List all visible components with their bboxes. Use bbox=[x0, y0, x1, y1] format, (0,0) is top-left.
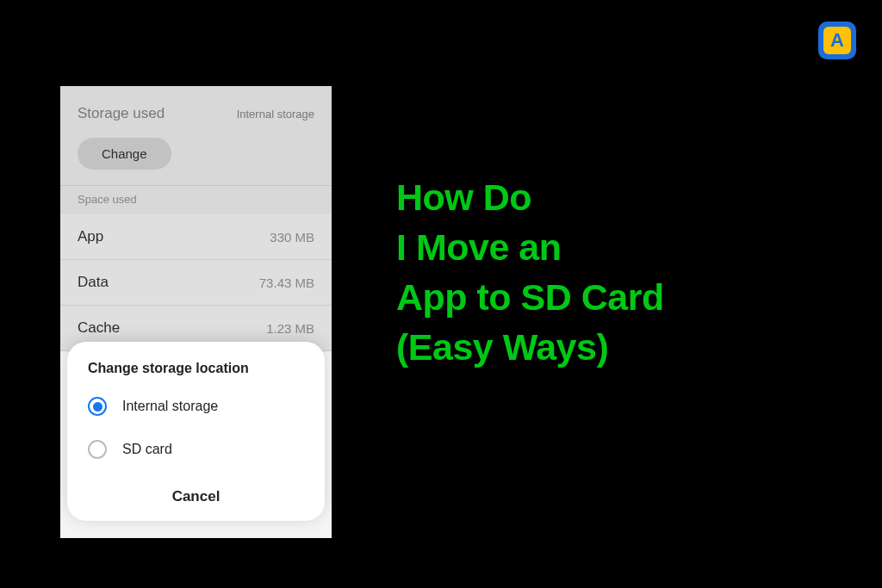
title-line-2: I Move an bbox=[396, 222, 664, 272]
title-line-1: How Do bbox=[396, 172, 664, 222]
storage-used-title: Storage used bbox=[78, 105, 165, 122]
sd-card-option[interactable]: SD card bbox=[67, 428, 325, 471]
article-title: How Do I Move an App to SD Card (Easy Wa… bbox=[396, 172, 664, 372]
space-used-section-label: Space used bbox=[60, 185, 332, 214]
internal-storage-option-label: Internal storage bbox=[122, 399, 218, 414]
bottom-action-row: Clear data Clear cache bbox=[60, 521, 332, 538]
title-line-3: App to SD Card bbox=[396, 272, 664, 322]
app-logo: A bbox=[818, 22, 856, 59]
cache-label: Cache bbox=[78, 319, 120, 337]
storage-header: Storage used Internal storage bbox=[60, 86, 332, 138]
cache-value: 1.23 MB bbox=[266, 321, 314, 336]
sd-card-option-label: SD card bbox=[122, 442, 172, 457]
phone-screenshot: Storage used Internal storage Change Spa… bbox=[60, 86, 332, 538]
internal-storage-option[interactable]: Internal storage bbox=[67, 385, 325, 428]
radio-unselected-icon bbox=[88, 440, 107, 459]
dialog-title: Change storage location bbox=[67, 361, 325, 385]
app-label: App bbox=[78, 228, 103, 245]
radio-selected-icon bbox=[88, 397, 107, 416]
app-size-row[interactable]: App 330 MB bbox=[60, 214, 332, 260]
clear-data-button[interactable]: Clear data bbox=[86, 526, 130, 536]
app-value: 330 MB bbox=[270, 230, 314, 244]
cancel-button[interactable]: Cancel bbox=[67, 471, 325, 521]
clear-cache-button[interactable]: Clear cache bbox=[255, 526, 306, 536]
data-size-row[interactable]: Data 73.43 MB bbox=[60, 260, 332, 306]
data-value: 73.43 MB bbox=[259, 275, 314, 290]
data-label: Data bbox=[78, 274, 109, 291]
change-storage-dialog: Change storage location Internal storage… bbox=[67, 342, 325, 521]
logo-letter: A bbox=[823, 27, 851, 54]
title-line-4: (Easy Ways) bbox=[396, 322, 664, 372]
change-button[interactable]: Change bbox=[78, 138, 171, 170]
background-settings-page: Storage used Internal storage Change Spa… bbox=[60, 86, 332, 351]
storage-location-label: Internal storage bbox=[237, 108, 314, 121]
